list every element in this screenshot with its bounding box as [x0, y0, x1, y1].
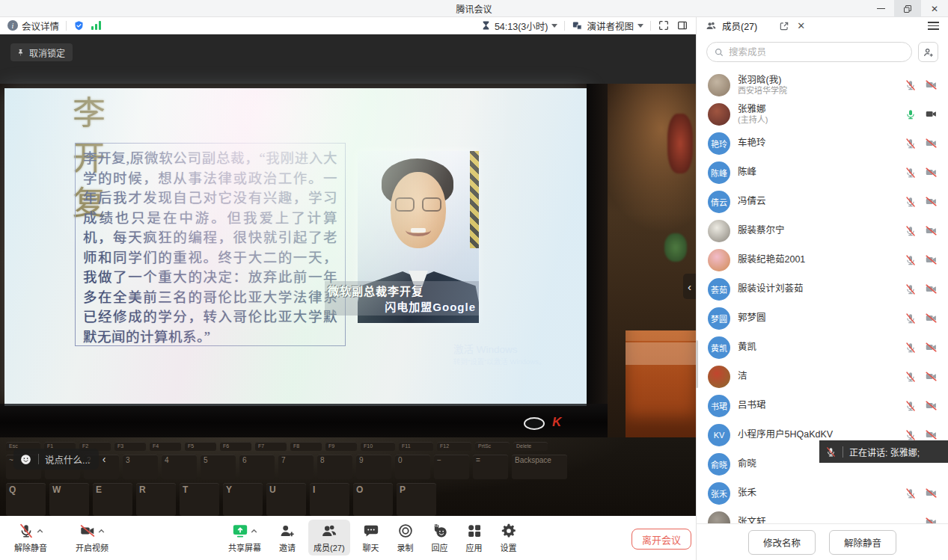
members-panel-footer: 修改名称解除静音 — [696, 523, 948, 560]
close-button[interactable]: ✕ — [921, 0, 948, 17]
camera-off-icon[interactable] — [925, 487, 938, 499]
search-member-input[interactable] — [729, 47, 905, 58]
mic-muted-icon[interactable] — [905, 79, 917, 91]
panel-collapse-handle[interactable]: ‹ — [683, 274, 696, 299]
camera-off-icon[interactable] — [925, 166, 938, 179]
member-row[interactable]: 黄凯黄凯 — [697, 333, 948, 362]
member-row[interactable]: 洁 — [697, 362, 948, 391]
restore-button[interactable] — [894, 0, 921, 17]
fullscreen-button[interactable] — [658, 19, 670, 31]
chat-collapse-arrow[interactable]: ‹ — [96, 449, 112, 470]
member-row[interactable]: 张羽晗(我)西安培华学院 — [697, 70, 948, 99]
member-row[interactable]: 荟茹服装设计刘荟茹 — [697, 274, 948, 304]
menu-icon[interactable] — [928, 22, 939, 30]
meeting-timer[interactable]: 54:13(3小时) — [481, 19, 558, 33]
toolbar-apps[interactable]: 应用 — [461, 520, 488, 556]
mic-muted-icon[interactable] — [905, 371, 917, 383]
toolbar-unmute[interactable]: 解除静音 — [9, 520, 52, 556]
camera-off-icon[interactable] — [925, 370, 938, 383]
toolbar-members[interactable]: 成员(27) — [308, 520, 350, 556]
camera-off-icon[interactable] — [925, 253, 938, 266]
camera-off-icon[interactable] — [925, 516, 938, 523]
toolbar-invite[interactable]: 邀请 — [274, 520, 301, 556]
member-name: 洁 — [738, 371, 905, 382]
laptop-screen-edge — [587, 84, 608, 437]
info-icon: i — [7, 20, 18, 31]
camera-off-icon[interactable] — [925, 79, 938, 91]
security-shield-icon[interactable] — [73, 20, 85, 31]
member-row[interactable]: 艳玲车艳玲 — [697, 129, 948, 158]
member-row[interactable]: 书珺吕书珺 — [697, 391, 948, 420]
view-mode-button[interactable]: 演讲者视图 — [572, 19, 643, 33]
mic-muted-icon[interactable] — [905, 225, 917, 237]
mic-muted-icon[interactable] — [905, 400, 917, 412]
camera-off-icon[interactable] — [925, 341, 938, 354]
member-row[interactable]: 倩云冯倩云 — [697, 187, 948, 216]
member-row[interactable]: 服装纪艳茹2001 — [697, 245, 948, 274]
minimize-button[interactable] — [867, 0, 894, 17]
member-row[interactable]: 服装蔡尔宁 — [697, 216, 948, 245]
camera-off-icon[interactable] — [925, 224, 938, 237]
unmute-all-button[interactable]: 解除静音 — [829, 530, 896, 555]
mic-muted-icon[interactable] — [905, 283, 917, 295]
unpin-button[interactable]: 取消锁定 — [10, 43, 73, 61]
mic-muted-icon[interactable] — [905, 487, 917, 499]
layout-view-icon — [572, 20, 583, 31]
mic-muted-icon[interactable] — [905, 138, 917, 150]
toolbar-chat[interactable]: 聊天 — [358, 520, 385, 556]
camera-off-icon[interactable] — [925, 283, 938, 295]
camera-off-icon[interactable] — [925, 312, 938, 324]
divider — [843, 446, 843, 458]
meeting-details-button[interactable]: i 会议详情 — [7, 19, 59, 33]
side-panel-toggle-button[interactable] — [676, 19, 688, 31]
keyboard-key: Backspace — [512, 455, 567, 479]
toolbar-settings[interactable]: 设置 — [495, 520, 522, 556]
camera-off-icon[interactable] — [925, 428, 938, 441]
camera-off-icon[interactable] — [925, 137, 938, 150]
toolbar-record[interactable]: 录制 — [392, 520, 419, 556]
chevron-up-icon[interactable] — [251, 529, 257, 533]
mic-muted-icon[interactable] — [905, 254, 917, 266]
emoji-icon[interactable] — [19, 453, 32, 466]
avatar — [708, 249, 730, 271]
member-row[interactable]: 张文轩 — [697, 508, 948, 523]
members-icon — [706, 20, 717, 31]
mic-muted-icon[interactable] — [905, 196, 917, 208]
quick-chat-input[interactable]: 说点什么... — [13, 449, 99, 470]
member-row[interactable]: 梦圆郭梦圆 — [697, 304, 948, 333]
toolbar-label: 共享屏幕 — [228, 541, 261, 553]
keyboard-key: − — [434, 455, 469, 479]
popout-icon[interactable] — [779, 21, 789, 31]
panel-scrollbar[interactable] — [696, 340, 698, 388]
toolbar-share-screen[interactable]: 共享屏幕 — [223, 520, 266, 556]
mic-active-icon[interactable] — [905, 108, 917, 120]
mic-muted-icon[interactable] — [905, 313, 917, 324]
member-row[interactable]: 陈峰陈峰 — [697, 158, 948, 187]
camera-off-icon[interactable] — [925, 399, 938, 412]
camera-off-icon[interactable] — [925, 195, 938, 208]
rename-button[interactable]: 修改名称 — [748, 530, 816, 555]
window-controls: ✕ — [867, 0, 948, 17]
avatar: 书珺 — [708, 395, 730, 417]
camera-on-icon[interactable] — [925, 108, 938, 120]
network-signal-icon[interactable] — [91, 21, 101, 30]
main-video-area: 李开复 李开复,原微软公司副总裁，“我刚进入大学的时候，想从事法律或政治工作。一… — [0, 34, 696, 516]
add-member-button[interactable] — [918, 42, 938, 62]
search-member-box[interactable] — [706, 42, 912, 62]
keyboard-key: PrtSc — [475, 442, 510, 451]
divider — [38, 454, 39, 464]
toolbar-label: 设置 — [501, 541, 517, 553]
mic-muted-icon[interactable] — [905, 429, 917, 441]
chevron-up-icon[interactable] — [98, 529, 105, 533]
pin-icon — [16, 48, 25, 58]
toolbar-start-video[interactable]: 开启视频 — [70, 520, 114, 556]
member-row[interactable]: 张雅娜(主持人) — [697, 99, 948, 129]
mic-muted-icon[interactable] — [905, 342, 917, 354]
member-name: 张禾 — [738, 487, 905, 499]
mic-muted-icon[interactable] — [905, 167, 917, 179]
chevron-up-icon[interactable] — [37, 529, 43, 533]
leave-meeting-button[interactable]: 离开会议 — [632, 529, 691, 550]
member-row[interactable]: 张禾张禾 — [697, 479, 948, 508]
panel-close-icon[interactable]: ✕ — [797, 21, 805, 31]
toolbar-reactions[interactable]: 回应 — [426, 520, 453, 556]
